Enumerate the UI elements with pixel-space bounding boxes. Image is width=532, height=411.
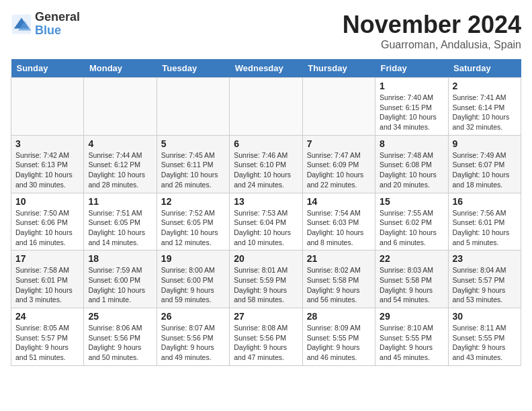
day-info: Sunrise: 7:54 AM Sunset: 6:03 PM Dayligh… bbox=[307, 208, 371, 248]
day-number: 5 bbox=[161, 138, 225, 149]
day-info: Sunrise: 7:41 AM Sunset: 6:14 PM Dayligh… bbox=[453, 93, 517, 132]
calendar-cell: 22Sunrise: 8:03 AM Sunset: 5:58 PM Dayli… bbox=[375, 250, 448, 308]
day-number: 13 bbox=[234, 196, 298, 207]
day-number: 1 bbox=[380, 81, 443, 91]
calendar-cell: 10Sunrise: 7:50 AM Sunset: 6:06 PM Dayli… bbox=[11, 193, 84, 250]
day-info: Sunrise: 7:47 AM Sunset: 6:09 PM Dayligh… bbox=[307, 150, 371, 190]
title-section: November 2024 Guarroman, Andalusia, Spai… bbox=[343, 11, 521, 51]
day-info: Sunrise: 8:04 AM Sunset: 5:57 PM Dayligh… bbox=[453, 265, 517, 305]
calendar-cell: 1Sunrise: 7:40 AM Sunset: 6:15 PM Daylig… bbox=[375, 78, 448, 136]
day-info: Sunrise: 7:49 AM Sunset: 6:07 PM Dayligh… bbox=[453, 150, 517, 190]
calendar-cell: 30Sunrise: 8:11 AM Sunset: 5:55 PM Dayli… bbox=[448, 308, 521, 366]
calendar-cell bbox=[84, 78, 157, 136]
day-number: 22 bbox=[380, 253, 443, 264]
day-number: 17 bbox=[15, 253, 79, 264]
day-number: 27 bbox=[234, 311, 298, 322]
day-info: Sunrise: 8:01 AM Sunset: 5:59 PM Dayligh… bbox=[234, 265, 298, 305]
day-number: 18 bbox=[88, 253, 152, 264]
calendar-cell bbox=[230, 78, 302, 136]
day-info: Sunrise: 8:02 AM Sunset: 5:58 PM Dayligh… bbox=[307, 265, 371, 305]
calendar-cell: 11Sunrise: 7:51 AM Sunset: 6:05 PM Dayli… bbox=[84, 193, 157, 250]
day-number: 20 bbox=[234, 253, 298, 264]
weekday-header-friday: Friday bbox=[375, 59, 448, 78]
weekday-header-sunday: Sunday bbox=[11, 59, 84, 78]
day-info: Sunrise: 7:50 AM Sunset: 6:06 PM Dayligh… bbox=[15, 208, 79, 248]
day-info: Sunrise: 7:58 AM Sunset: 6:01 PM Dayligh… bbox=[15, 265, 79, 305]
day-info: Sunrise: 7:56 AM Sunset: 6:01 PM Dayligh… bbox=[453, 208, 517, 248]
calendar-cell: 3Sunrise: 7:42 AM Sunset: 6:13 PM Daylig… bbox=[11, 135, 84, 193]
day-number: 23 bbox=[453, 253, 517, 264]
weekday-header-tuesday: Tuesday bbox=[157, 59, 229, 78]
calendar-week-3: 10Sunrise: 7:50 AM Sunset: 6:06 PM Dayli… bbox=[11, 193, 521, 250]
day-info: Sunrise: 7:51 AM Sunset: 6:05 PM Dayligh… bbox=[88, 208, 152, 248]
calendar-week-2: 3Sunrise: 7:42 AM Sunset: 6:13 PM Daylig… bbox=[11, 135, 521, 193]
logo-text: General Blue bbox=[35, 11, 80, 38]
month-title: November 2024 bbox=[343, 11, 521, 39]
calendar-cell: 4Sunrise: 7:44 AM Sunset: 6:12 PM Daylig… bbox=[84, 135, 157, 193]
calendar-cell bbox=[157, 78, 229, 136]
day-number: 19 bbox=[161, 253, 225, 264]
day-number: 30 bbox=[453, 311, 517, 322]
calendar-cell: 13Sunrise: 7:53 AM Sunset: 6:04 PM Dayli… bbox=[230, 193, 302, 250]
day-number: 3 bbox=[15, 138, 79, 149]
day-number: 6 bbox=[234, 138, 298, 149]
day-info: Sunrise: 7:45 AM Sunset: 6:11 PM Dayligh… bbox=[161, 150, 225, 190]
day-number: 28 bbox=[307, 311, 371, 322]
day-info: Sunrise: 7:55 AM Sunset: 6:02 PM Dayligh… bbox=[380, 208, 443, 248]
day-info: Sunrise: 7:59 AM Sunset: 6:00 PM Dayligh… bbox=[88, 265, 152, 305]
day-info: Sunrise: 8:03 AM Sunset: 5:58 PM Dayligh… bbox=[380, 265, 443, 305]
calendar-cell: 25Sunrise: 8:06 AM Sunset: 5:56 PM Dayli… bbox=[84, 308, 157, 366]
calendar-cell: 9Sunrise: 7:49 AM Sunset: 6:07 PM Daylig… bbox=[448, 135, 521, 193]
calendar-cell: 19Sunrise: 8:00 AM Sunset: 6:00 PM Dayli… bbox=[157, 250, 229, 308]
day-number: 24 bbox=[15, 311, 79, 322]
day-number: 29 bbox=[380, 311, 443, 322]
day-number: 11 bbox=[88, 196, 152, 207]
day-info: Sunrise: 8:08 AM Sunset: 5:56 PM Dayligh… bbox=[234, 323, 298, 363]
calendar-cell: 6Sunrise: 7:46 AM Sunset: 6:10 PM Daylig… bbox=[230, 135, 302, 193]
calendar-cell: 27Sunrise: 8:08 AM Sunset: 5:56 PM Dayli… bbox=[230, 308, 302, 366]
calendar-cell: 21Sunrise: 8:02 AM Sunset: 5:58 PM Dayli… bbox=[302, 250, 375, 308]
calendar-cell: 16Sunrise: 7:56 AM Sunset: 6:01 PM Dayli… bbox=[448, 193, 521, 250]
logo-general-text: General bbox=[35, 10, 80, 24]
calendar-cell bbox=[11, 78, 84, 136]
calendar-cell: 26Sunrise: 8:07 AM Sunset: 5:56 PM Dayli… bbox=[157, 308, 229, 366]
logo-blue-text: Blue bbox=[35, 24, 61, 37]
calendar-cell: 28Sunrise: 8:09 AM Sunset: 5:55 PM Dayli… bbox=[302, 308, 375, 366]
weekday-header-wednesday: Wednesday bbox=[230, 59, 302, 78]
day-info: Sunrise: 8:00 AM Sunset: 6:00 PM Dayligh… bbox=[161, 265, 225, 305]
calendar-cell bbox=[302, 78, 375, 136]
day-info: Sunrise: 7:52 AM Sunset: 6:05 PM Dayligh… bbox=[161, 208, 225, 248]
day-number: 4 bbox=[88, 138, 152, 149]
calendar-cell: 2Sunrise: 7:41 AM Sunset: 6:14 PM Daylig… bbox=[448, 78, 521, 136]
day-number: 12 bbox=[161, 196, 225, 207]
location: Guarroman, Andalusia, Spain bbox=[343, 39, 521, 51]
calendar-table: SundayMondayTuesdayWednesdayThursdayFrid… bbox=[11, 59, 521, 366]
day-info: Sunrise: 7:40 AM Sunset: 6:15 PM Dayligh… bbox=[380, 93, 443, 132]
day-number: 14 bbox=[307, 196, 371, 207]
calendar-cell: 7Sunrise: 7:47 AM Sunset: 6:09 PM Daylig… bbox=[302, 135, 375, 193]
day-info: Sunrise: 8:07 AM Sunset: 5:56 PM Dayligh… bbox=[161, 323, 225, 363]
weekday-header-row: SundayMondayTuesdayWednesdayThursdayFrid… bbox=[11, 59, 521, 78]
weekday-header-saturday: Saturday bbox=[448, 59, 521, 78]
day-number: 10 bbox=[15, 196, 79, 207]
calendar-cell: 8Sunrise: 7:48 AM Sunset: 6:08 PM Daylig… bbox=[375, 135, 448, 193]
calendar-week-1: 1Sunrise: 7:40 AM Sunset: 6:15 PM Daylig… bbox=[11, 78, 521, 136]
calendar-cell: 17Sunrise: 7:58 AM Sunset: 6:01 PM Dayli… bbox=[11, 250, 84, 308]
day-number: 21 bbox=[307, 253, 371, 264]
day-number: 15 bbox=[380, 196, 443, 207]
day-info: Sunrise: 7:53 AM Sunset: 6:04 PM Dayligh… bbox=[234, 208, 298, 248]
logo: General Blue bbox=[11, 11, 80, 38]
weekday-header-thursday: Thursday bbox=[302, 59, 375, 78]
day-number: 7 bbox=[307, 138, 371, 149]
calendar-cell: 18Sunrise: 7:59 AM Sunset: 6:00 PM Dayli… bbox=[84, 250, 157, 308]
calendar-cell: 20Sunrise: 8:01 AM Sunset: 5:59 PM Dayli… bbox=[230, 250, 302, 308]
calendar-cell: 29Sunrise: 8:10 AM Sunset: 5:55 PM Dayli… bbox=[375, 308, 448, 366]
day-info: Sunrise: 8:05 AM Sunset: 5:57 PM Dayligh… bbox=[15, 323, 79, 363]
calendar-cell: 12Sunrise: 7:52 AM Sunset: 6:05 PM Dayli… bbox=[157, 193, 229, 250]
day-number: 26 bbox=[161, 311, 225, 322]
day-number: 2 bbox=[453, 81, 517, 91]
day-number: 25 bbox=[88, 311, 152, 322]
day-info: Sunrise: 7:46 AM Sunset: 6:10 PM Dayligh… bbox=[234, 150, 298, 190]
day-info: Sunrise: 8:10 AM Sunset: 5:55 PM Dayligh… bbox=[380, 323, 443, 363]
calendar-cell: 15Sunrise: 7:55 AM Sunset: 6:02 PM Dayli… bbox=[375, 193, 448, 250]
